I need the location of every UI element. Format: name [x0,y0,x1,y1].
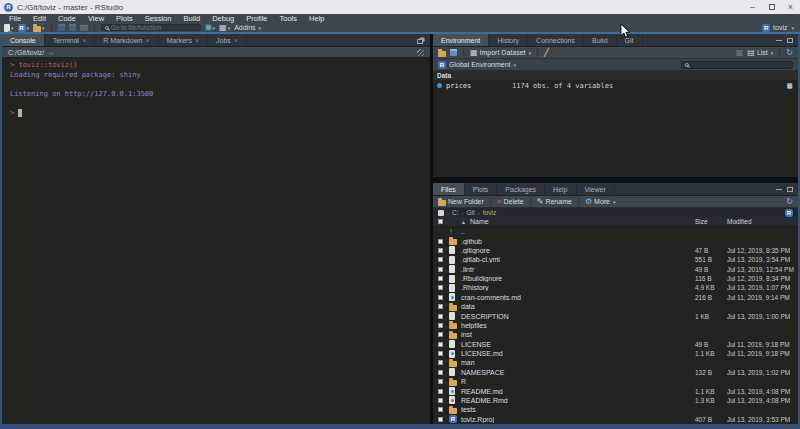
menu-item-session[interactable]: Session [139,14,178,23]
close-icon[interactable]: × [82,37,86,44]
environment-tab-history[interactable]: History [489,34,528,46]
file-name[interactable]: data [461,303,695,310]
breadcrumb-item-c[interactable]: C: [452,209,459,216]
breadcrumb-item-toviz[interactable]: toviz [483,209,496,216]
close-icon[interactable]: × [234,37,238,44]
refresh-button[interactable]: ↻ [786,49,793,57]
file-checkbox[interactable] [438,267,443,272]
menu-item-profile[interactable]: Profile [240,14,273,23]
file-name[interactable]: man [461,359,695,366]
workspace-panes-button[interactable]: ▾ [205,24,216,31]
maximize-pane-icon[interactable] [787,38,793,43]
project-button[interactable]: toviz ▾ [762,24,794,32]
environment-tab-connections[interactable]: Connections [528,34,584,46]
pane-layout-button[interactable]: ▦ ▾ [219,24,230,32]
new-project-button[interactable]: ▾ [18,24,30,32]
file-name[interactable]: R [461,378,695,385]
select-all-checkbox[interactable] [438,219,443,224]
minimize-pane-icon[interactable] [776,189,782,190]
more-button[interactable]: ⚙ More ▾ [585,198,616,206]
files-tab-help[interactable]: Help [545,183,576,195]
file-checkbox[interactable] [438,342,443,347]
file-checkbox[interactable] [438,276,443,281]
modified-column-header[interactable]: Modified [727,218,798,225]
file-checkbox[interactable] [438,314,443,319]
file-name[interactable]: NAMESPACE [461,369,695,376]
console-tab-r-markdown[interactable]: R Markdown× [95,34,158,46]
new-file-button[interactable]: + ▾ [4,24,14,32]
file-name[interactable]: .Rhistory [461,284,695,291]
file-checkbox[interactable] [438,257,443,262]
import-dataset-button[interactable]: ▦ Import Dataset ▾ [470,49,531,57]
file-checkbox[interactable] [438,323,443,328]
load-workspace-button[interactable] [438,51,446,57]
r-logo-icon[interactable] [785,209,793,217]
file-name[interactable]: LICENSE.md [461,350,695,357]
maximize-pane-icon[interactable] [787,187,793,192]
goto-file-box[interactable] [101,24,201,31]
save-button[interactable] [58,24,65,31]
open-file-button[interactable]: ▾ [33,24,45,32]
file-name[interactable]: .github [461,238,695,245]
close-button[interactable]: × [781,0,800,14]
file-checkbox[interactable] [438,285,443,290]
file-checkbox[interactable] [438,417,443,422]
file-name[interactable]: tests [461,406,695,413]
minimize-pane-icon[interactable] [776,40,782,41]
file-name[interactable]: LICENSE [461,341,695,348]
file-checkbox[interactable] [438,351,443,356]
files-tab-packages[interactable]: Packages [497,183,545,195]
file-name[interactable]: .lintr [461,266,695,273]
environment-object-row[interactable]: prices1174 obs. of 4 variables▦ [433,80,798,91]
file-checkbox[interactable] [438,398,443,403]
file-name[interactable]: helpfiles [461,322,695,329]
file-name[interactable]: cran-comments.md [461,294,695,301]
file-checkbox[interactable] [438,407,443,412]
file-name[interactable]: .gitlab-ci.yml [461,256,695,263]
files-tab-plots[interactable]: Plots [465,183,498,195]
environment-search-input[interactable] [691,61,789,68]
file-name[interactable]: README.md [461,388,695,395]
files-tab-viewer[interactable]: Viewer [577,183,615,195]
console-output[interactable]: > toviz::toviz()Loading required package… [2,58,430,424]
file-name[interactable]: .Rbuildignore [461,275,695,282]
file-checkbox[interactable] [438,379,443,384]
delete-button[interactable]: × Delete [497,198,524,206]
environment-tab-build[interactable]: Build [584,34,617,46]
minimize-button[interactable]: – [743,0,762,14]
file-checkbox[interactable] [438,389,443,394]
console-tab-terminal[interactable]: Terminal× [45,34,96,46]
file-name[interactable]: inst [461,331,695,338]
file-name[interactable]: .gitignore [461,247,695,254]
file-checkbox[interactable] [438,304,443,309]
menu-item-debug[interactable]: Debug [206,14,240,23]
close-icon[interactable]: × [195,37,199,44]
menu-item-build[interactable]: Build [177,14,206,23]
goto-file-input[interactable] [111,24,197,31]
goto-dir-arrow-icon[interactable]: → [47,49,54,56]
maximize-button[interactable] [762,0,781,14]
menu-item-file[interactable]: File [3,14,27,23]
size-column-header[interactable]: Size [695,218,727,225]
home-icon[interactable] [438,210,444,216]
file-checkbox[interactable] [438,370,443,375]
close-icon[interactable]: × [146,37,150,44]
console-tab-jobs[interactable]: Jobs× [208,34,247,46]
menu-item-help[interactable]: Help [303,14,330,23]
file-checkbox[interactable] [438,248,443,253]
environment-tab-environment[interactable]: Environment [433,34,489,46]
files-tab-files[interactable]: Files [433,183,465,195]
file-name[interactable]: DESCRIPTION [461,313,695,320]
new-folder-button[interactable]: New Folder [438,198,484,206]
resize-grip-icon[interactable] [417,49,424,56]
breadcrumb-item-git[interactable]: Git [467,209,475,216]
addins-button[interactable]: Addins ▾ [234,24,261,31]
file-name[interactable]: toviz.Rproj [461,416,695,423]
menu-item-tools[interactable]: Tools [274,14,304,23]
menu-item-edit[interactable]: Edit [27,14,52,23]
refresh-button[interactable]: ↻ [786,198,793,206]
name-column-header[interactable]: ▲ Name [461,218,695,225]
save-all-button[interactable] [69,24,76,31]
print-button[interactable] [80,25,88,31]
file-checkbox[interactable] [438,360,443,365]
